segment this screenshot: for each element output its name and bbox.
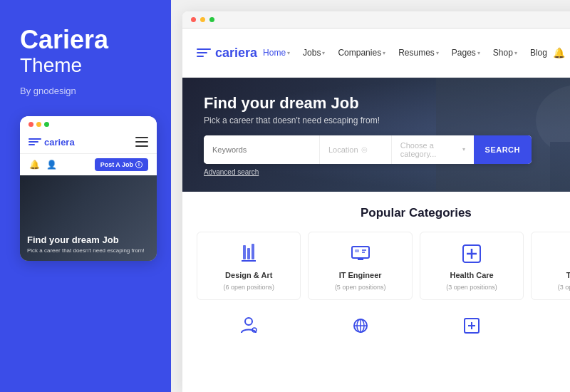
nav-link-resumes[interactable]: Resumes ▾: [393, 45, 445, 61]
hero-subtitle: Pick a career that doesn't need escaping…: [204, 115, 570, 125]
location-input-wrapper[interactable]: Location ◎: [320, 135, 392, 164]
svg-rect-5: [247, 248, 250, 259]
info-circle-icon: i: [135, 161, 142, 168]
browser-dot-red: [191, 17, 196, 22]
category-card-it[interactable]: IT Engineer (5 open positions): [308, 232, 412, 300]
dot-yellow: [36, 122, 41, 127]
browser-dot-yellow: [200, 17, 205, 22]
dot-red: [28, 122, 33, 127]
search-bar: Location ◎ Choose a category... ▾ SEARCH: [204, 135, 532, 164]
mobile-top-bar: [20, 116, 157, 131]
categories-grid-bottom: [197, 309, 570, 343]
categories-title: Popular Categories: [197, 206, 570, 220]
mobile-hero-content: Find your dream Job Pick a career that d…: [27, 234, 150, 255]
nav-link-companies[interactable]: Companies ▾: [332, 45, 391, 61]
mobile-user-icon[interactable]: 👤: [46, 159, 57, 170]
bottom-icon-3: [460, 314, 483, 337]
keywords-input[interactable]: [204, 135, 320, 164]
brand-by: By gnodesign: [20, 86, 151, 96]
mobile-hero-title: Find your dream Job: [27, 234, 150, 246]
category-card-bottom-3[interactable]: [420, 309, 524, 343]
it-icon: [348, 241, 373, 267]
advanced-search-link[interactable]: Advanced search: [204, 168, 570, 176]
mobile-mockup: cariera 🔔 👤 Post A Job i Find your dream…: [20, 116, 157, 261]
bottom-icon-2: [349, 314, 372, 337]
brand-subtitle: Theme: [20, 54, 151, 77]
mobile-logo: cariera: [28, 137, 75, 148]
nav-actions: 🔔 👤 Post A Job i: [553, 36, 570, 70]
hero-title: Find your dream Job: [204, 94, 570, 113]
category-card-bottom-2[interactable]: [308, 309, 412, 343]
it-count: (5 open positions): [335, 284, 386, 291]
mobile-logo-icon: [28, 138, 41, 146]
category-card-design[interactable]: Design & Art (6 open positions): [197, 232, 301, 300]
categories-section: Popular Categories Design & Art (6 open …: [182, 192, 570, 392]
chevron-down-icon: ▾: [383, 50, 385, 56]
right-panel: cariera Home ▾ Jobs ▾ Companies ▾ Resume…: [171, 0, 570, 392]
desktop-nav: cariera Home ▾ Jobs ▾ Companies ▾ Resume…: [182, 29, 570, 78]
category-card-health[interactable]: Health Care (3 open positions): [420, 232, 524, 300]
desktop-logo-text: cariera: [215, 46, 257, 61]
chevron-down-icon: ▾: [436, 50, 439, 56]
category-card-bottom-1[interactable]: [197, 309, 301, 343]
svg-rect-6: [252, 244, 254, 259]
it-name: IT Engineer: [339, 271, 382, 279]
health-icon: [459, 241, 484, 267]
category-card-bottom-4[interactable]: [531, 309, 570, 343]
design-count: (6 open positions): [223, 284, 274, 291]
mobile-hero-subtitle: Pick a career that doesn't need escaping…: [27, 247, 150, 254]
nav-links: Home ▾ Jobs ▾ Companies ▾ Resumes ▾ Page…: [257, 45, 553, 61]
bell-icon[interactable]: 🔔: [553, 47, 564, 58]
nav-link-pages[interactable]: Pages ▾: [446, 45, 486, 61]
nav-link-shop[interactable]: Shop ▾: [487, 45, 523, 61]
design-name: Design & Art: [225, 271, 272, 279]
svg-point-23: [245, 318, 252, 325]
mobile-bell-icon[interactable]: 🔔: [28, 159, 40, 170]
search-button[interactable]: SEARCH: [474, 135, 532, 164]
category-chevron-icon: ▾: [462, 146, 465, 153]
browser-dot-green: [209, 17, 214, 22]
bottom-icon-1: [237, 314, 260, 337]
nav-link-jobs[interactable]: Jobs ▾: [297, 45, 331, 61]
chevron-down-icon: ▾: [477, 50, 480, 56]
teaching-name: Teaching: [566, 271, 570, 279]
hero-content: Find your dream Job Pick a career that d…: [204, 94, 570, 176]
svg-rect-9: [355, 249, 359, 252]
svg-rect-4: [243, 245, 246, 259]
nav-link-blog[interactable]: Blog: [524, 45, 553, 61]
hero-section: Find your dream Job Pick a career that d…: [182, 78, 570, 192]
mobile-hero: Find your dream Job Pick a career that d…: [20, 175, 157, 261]
categories-grid: Design & Art (6 open positions): [197, 232, 570, 300]
brand-title: Cariera: [20, 26, 151, 54]
mobile-actions: 🔔 👤 Post A Job i: [20, 154, 157, 175]
category-select-wrapper[interactable]: Choose a category... ▾: [392, 135, 474, 164]
dot-green: [44, 122, 49, 127]
chevron-down-icon: ▾: [322, 50, 325, 56]
left-panel: Cariera Theme By gnodesign cariera 🔔 👤 P: [0, 0, 171, 392]
mobile-nav-bar: cariera: [20, 131, 157, 154]
mobile-logo-text: cariera: [44, 137, 75, 148]
design-icon: [236, 241, 261, 267]
health-count: (3 open positions): [446, 284, 497, 291]
category-placeholder: Choose a category...: [400, 141, 460, 158]
teaching-count: (3 open positions): [558, 284, 570, 291]
category-card-teaching[interactable]: Teaching (3 open positions): [531, 232, 570, 300]
location-pin-icon: ◎: [361, 145, 368, 153]
chevron-down-icon: ▾: [287, 50, 290, 56]
location-placeholder: Location: [328, 145, 358, 154]
mobile-post-job-button[interactable]: Post A Job i: [95, 158, 148, 171]
logo-bars-icon: [197, 48, 211, 58]
nav-link-home[interactable]: Home ▾: [257, 45, 296, 61]
browser-bar: [182, 11, 570, 29]
desktop-logo: cariera: [197, 46, 257, 61]
hamburger-icon[interactable]: [135, 137, 148, 147]
svg-rect-8: [352, 247, 369, 258]
health-name: Health Care: [450, 271, 494, 279]
chevron-down-icon: ▾: [514, 50, 517, 56]
browser-mockup: cariera Home ▾ Jobs ▾ Companies ▾ Resume…: [182, 11, 570, 392]
